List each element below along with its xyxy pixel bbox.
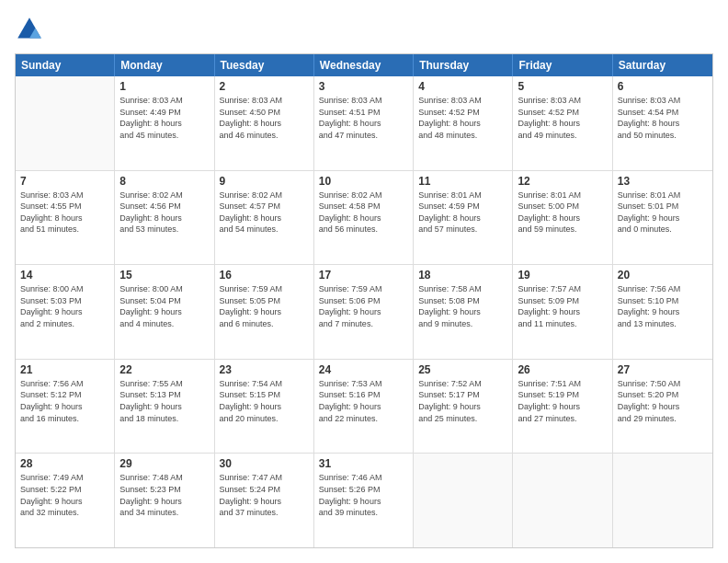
day-number: 16 xyxy=(220,269,309,282)
calendar-cell: 17Sunrise: 7:59 AMSunset: 5:06 PMDayligh… xyxy=(314,265,414,359)
day-number: 8 xyxy=(119,175,209,188)
calendar-row-5: 28Sunrise: 7:49 AMSunset: 5:22 PMDayligh… xyxy=(16,454,712,547)
day-number: 26 xyxy=(518,363,607,376)
cell-info: Sunrise: 7:56 AMSunset: 5:10 PMDaylight:… xyxy=(618,283,708,329)
day-number: 10 xyxy=(319,175,408,188)
calendar-cell: 30Sunrise: 7:47 AMSunset: 5:24 PMDayligh… xyxy=(215,454,314,547)
logo xyxy=(15,15,48,44)
day-number: 1 xyxy=(119,80,209,93)
calendar-row-1: 1Sunrise: 8:03 AMSunset: 4:49 PMDaylight… xyxy=(16,76,712,171)
cell-info: Sunrise: 8:03 AMSunset: 4:54 PMDaylight:… xyxy=(618,95,708,141)
calendar-cell: 9Sunrise: 8:02 AMSunset: 4:57 PMDaylight… xyxy=(215,171,314,265)
cell-info: Sunrise: 7:55 AMSunset: 5:13 PMDaylight:… xyxy=(119,378,209,424)
calendar-row-3: 14Sunrise: 8:00 AMSunset: 5:03 PMDayligh… xyxy=(16,265,712,360)
day-number: 28 xyxy=(20,457,109,470)
cell-info: Sunrise: 8:03 AMSunset: 4:52 PMDaylight:… xyxy=(418,95,507,141)
cell-info: Sunrise: 7:56 AMSunset: 5:12 PMDaylight:… xyxy=(20,378,109,424)
cell-info: Sunrise: 7:57 AMSunset: 5:09 PMDaylight:… xyxy=(518,283,607,329)
calendar-cell: 6Sunrise: 8:03 AMSunset: 4:54 PMDaylight… xyxy=(613,76,712,170)
cell-info: Sunrise: 8:03 AMSunset: 4:51 PMDaylight:… xyxy=(319,95,408,141)
calendar-cell: 2Sunrise: 8:03 AMSunset: 4:50 PMDaylight… xyxy=(215,76,314,170)
day-number: 14 xyxy=(20,269,109,282)
cell-info: Sunrise: 8:03 AMSunset: 4:49 PMDaylight:… xyxy=(119,95,209,141)
cell-info: Sunrise: 8:02 AMSunset: 4:58 PMDaylight:… xyxy=(319,190,408,236)
calendar-cell: 25Sunrise: 7:52 AMSunset: 5:17 PMDayligh… xyxy=(414,360,513,454)
calendar-cell: 7Sunrise: 8:03 AMSunset: 4:55 PMDaylight… xyxy=(16,171,115,265)
cell-info: Sunrise: 7:49 AMSunset: 5:22 PMDaylight:… xyxy=(20,472,109,518)
calendar-cell: 4Sunrise: 8:03 AMSunset: 4:52 PMDaylight… xyxy=(414,76,513,170)
calendar-cell: 29Sunrise: 7:48 AMSunset: 5:23 PMDayligh… xyxy=(115,454,214,547)
day-number: 23 xyxy=(220,363,309,376)
weekday-header-wednesday: Wednesday xyxy=(314,54,414,76)
calendar-body: 1Sunrise: 8:03 AMSunset: 4:49 PMDaylight… xyxy=(16,76,712,547)
cell-info: Sunrise: 8:02 AMSunset: 4:56 PMDaylight:… xyxy=(119,190,209,236)
cell-info: Sunrise: 8:01 AMSunset: 5:01 PMDaylight:… xyxy=(618,190,708,236)
calendar-cell xyxy=(513,454,612,547)
cell-info: Sunrise: 8:00 AMSunset: 5:03 PMDaylight:… xyxy=(20,283,109,329)
cell-info: Sunrise: 7:59 AMSunset: 5:06 PMDaylight:… xyxy=(319,283,408,329)
calendar-cell xyxy=(16,76,115,170)
cell-info: Sunrise: 8:02 AMSunset: 4:57 PMDaylight:… xyxy=(220,190,309,236)
weekday-header-saturday: Saturday xyxy=(613,54,712,76)
calendar-cell: 14Sunrise: 8:00 AMSunset: 5:03 PMDayligh… xyxy=(16,265,115,359)
calendar-cell: 18Sunrise: 7:58 AMSunset: 5:08 PMDayligh… xyxy=(414,265,513,359)
cell-info: Sunrise: 8:01 AMSunset: 4:59 PMDaylight:… xyxy=(418,190,507,236)
day-number: 2 xyxy=(220,80,309,93)
calendar: SundayMondayTuesdayWednesdayThursdayFrid… xyxy=(15,53,713,548)
weekday-header-tuesday: Tuesday xyxy=(215,54,314,76)
day-number: 6 xyxy=(618,80,708,93)
day-number: 19 xyxy=(518,269,607,282)
calendar-cell: 21Sunrise: 7:56 AMSunset: 5:12 PMDayligh… xyxy=(16,360,115,454)
cell-info: Sunrise: 7:48 AMSunset: 5:23 PMDaylight:… xyxy=(119,472,209,518)
logo-icon xyxy=(15,15,44,44)
calendar-cell: 8Sunrise: 8:02 AMSunset: 4:56 PMDaylight… xyxy=(115,171,214,265)
calendar-cell: 22Sunrise: 7:55 AMSunset: 5:13 PMDayligh… xyxy=(115,360,214,454)
calendar-cell: 12Sunrise: 8:01 AMSunset: 5:00 PMDayligh… xyxy=(513,171,612,265)
cell-info: Sunrise: 7:59 AMSunset: 5:05 PMDaylight:… xyxy=(220,283,309,329)
weekday-header-sunday: Sunday xyxy=(16,54,115,76)
cell-info: Sunrise: 7:52 AMSunset: 5:17 PMDaylight:… xyxy=(418,378,507,424)
calendar-cell: 20Sunrise: 7:56 AMSunset: 5:10 PMDayligh… xyxy=(613,265,712,359)
day-number: 17 xyxy=(319,269,408,282)
day-number: 5 xyxy=(518,80,607,93)
calendar-cell: 3Sunrise: 8:03 AMSunset: 4:51 PMDaylight… xyxy=(314,76,414,170)
cell-info: Sunrise: 7:53 AMSunset: 5:16 PMDaylight:… xyxy=(319,378,408,424)
cell-info: Sunrise: 8:03 AMSunset: 4:52 PMDaylight:… xyxy=(518,95,607,141)
calendar-cell: 23Sunrise: 7:54 AMSunset: 5:15 PMDayligh… xyxy=(215,360,314,454)
calendar-cell: 31Sunrise: 7:46 AMSunset: 5:26 PMDayligh… xyxy=(314,454,414,547)
weekday-header-thursday: Thursday xyxy=(414,54,513,76)
calendar-cell xyxy=(414,454,513,547)
cell-info: Sunrise: 8:03 AMSunset: 4:55 PMDaylight:… xyxy=(20,190,109,236)
header xyxy=(15,15,713,44)
day-number: 25 xyxy=(418,363,507,376)
day-number: 7 xyxy=(20,175,109,188)
day-number: 30 xyxy=(220,457,309,470)
day-number: 9 xyxy=(220,175,309,188)
day-number: 4 xyxy=(418,80,507,93)
day-number: 24 xyxy=(319,363,408,376)
weekday-header-friday: Friday xyxy=(513,54,612,76)
calendar-cell: 1Sunrise: 8:03 AMSunset: 4:49 PMDaylight… xyxy=(115,76,214,170)
calendar-cell: 26Sunrise: 7:51 AMSunset: 5:19 PMDayligh… xyxy=(513,360,612,454)
day-number: 20 xyxy=(618,269,708,282)
calendar-cell: 5Sunrise: 8:03 AMSunset: 4:52 PMDaylight… xyxy=(513,76,612,170)
day-number: 27 xyxy=(618,363,708,376)
calendar-row-2: 7Sunrise: 8:03 AMSunset: 4:55 PMDaylight… xyxy=(16,171,712,266)
weekday-header-monday: Monday xyxy=(115,54,214,76)
calendar-cell xyxy=(613,454,712,547)
cell-info: Sunrise: 7:50 AMSunset: 5:20 PMDaylight:… xyxy=(618,378,708,424)
cell-info: Sunrise: 8:03 AMSunset: 4:50 PMDaylight:… xyxy=(220,95,309,141)
calendar-header: SundayMondayTuesdayWednesdayThursdayFrid… xyxy=(16,54,712,76)
calendar-cell: 27Sunrise: 7:50 AMSunset: 5:20 PMDayligh… xyxy=(613,360,712,454)
day-number: 29 xyxy=(119,457,209,470)
page: SundayMondayTuesdayWednesdayThursdayFrid… xyxy=(0,0,728,563)
calendar-cell: 11Sunrise: 8:01 AMSunset: 4:59 PMDayligh… xyxy=(414,171,513,265)
calendar-cell: 16Sunrise: 7:59 AMSunset: 5:05 PMDayligh… xyxy=(215,265,314,359)
cell-info: Sunrise: 8:01 AMSunset: 5:00 PMDaylight:… xyxy=(518,190,607,236)
day-number: 3 xyxy=(319,80,408,93)
day-number: 12 xyxy=(518,175,607,188)
day-number: 31 xyxy=(319,457,408,470)
day-number: 13 xyxy=(618,175,708,188)
day-number: 11 xyxy=(418,175,507,188)
calendar-cell: 15Sunrise: 8:00 AMSunset: 5:04 PMDayligh… xyxy=(115,265,214,359)
